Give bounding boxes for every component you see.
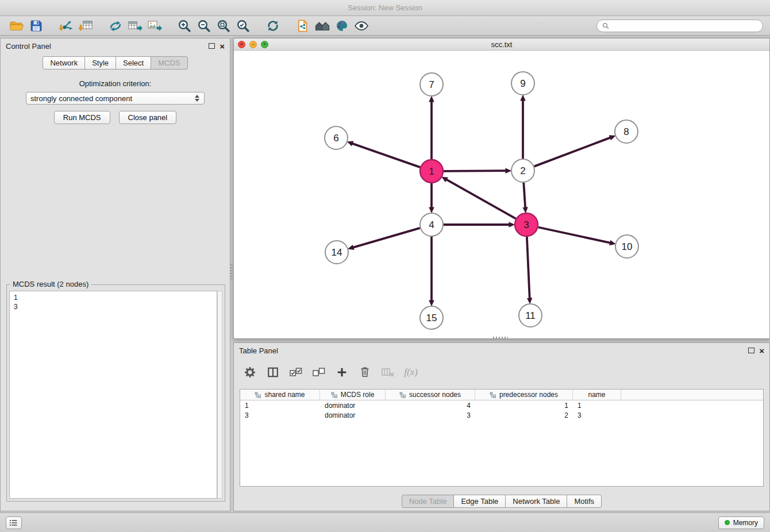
toolbar-search[interactable] <box>596 20 763 32</box>
column-header-name[interactable]: name <box>573 390 621 400</box>
graph-node-label-11: 11 <box>525 310 536 321</box>
window-maximize-icon[interactable]: + <box>261 41 268 48</box>
import-network-from-url-icon[interactable] <box>293 17 313 34</box>
table-settings-icon[interactable] <box>242 364 258 380</box>
cell-name[interactable]: 1 <box>573 402 621 410</box>
gear-icon <box>244 366 256 379</box>
graph-edge-3-1[interactable] <box>446 180 516 219</box>
cell-name[interactable]: 3 <box>573 411 621 419</box>
cell-shared-name[interactable]: 3 <box>240 411 320 419</box>
mcds-result-line: 1 <box>14 293 213 302</box>
graph-edge-1-2[interactable] <box>444 171 506 171</box>
table-row[interactable]: 1 dominator 4 1 1 <box>240 400 763 410</box>
show-graphics-details-icon[interactable] <box>352 17 371 34</box>
graph-svg[interactable]: 7968124314101511 <box>234 51 769 339</box>
optimization-criterion-label: Optimization criterion: <box>1 79 230 88</box>
zoom-in-icon[interactable] <box>175 17 194 34</box>
table-panel-tabs: Node Table Edge Table Network Table Moti… <box>234 495 769 508</box>
import-table-from-file-icon[interactable] <box>76 17 95 34</box>
homes-icon <box>314 19 330 33</box>
refresh-network-view-icon[interactable] <box>263 17 283 34</box>
float-panel-icon[interactable] <box>748 348 754 353</box>
column-header-mcds-role[interactable]: MCDS role <box>320 390 386 400</box>
refresh-icon <box>266 19 280 33</box>
close-panel-icon[interactable]: × <box>220 42 225 51</box>
export-image-icon[interactable] <box>145 17 164 34</box>
network-canvas[interactable]: 7968124314101511 <box>234 51 769 338</box>
network-overview-icon[interactable] <box>313 17 332 34</box>
style-palette-icon[interactable] <box>332 17 352 34</box>
open-session-icon[interactable] <box>7 17 26 34</box>
search-icon <box>602 22 609 29</box>
tab-edge-table[interactable]: Edge Table <box>453 495 506 508</box>
table-row[interactable]: 3 dominator 3 2 3 <box>240 410 763 420</box>
column-header-shared-name[interactable]: shared name <box>240 390 320 400</box>
table-panel-header: Table Panel × <box>234 343 769 358</box>
cell-shared-name[interactable]: 1 <box>240 402 320 410</box>
table-export-icon <box>128 19 143 33</box>
cell-predecessor-nodes[interactable]: 1 <box>475 402 573 410</box>
table-panel-title: Table Panel <box>239 346 278 355</box>
run-mcds-button[interactable]: Run MCDS <box>54 111 110 124</box>
zoom-selected-region-icon[interactable] <box>233 17 253 34</box>
close-panel-icon[interactable]: × <box>759 346 764 355</box>
cell-successor-nodes[interactable]: 3 <box>386 411 475 419</box>
column-type-icon <box>255 392 261 398</box>
window-minimize-icon[interactable]: – <box>249 41 257 48</box>
cell-mcds-role[interactable]: dominator <box>320 402 386 410</box>
column-label: successor nodes <box>409 391 461 399</box>
import-network-from-file-icon[interactable] <box>56 17 76 34</box>
column-header-predecessor-nodes[interactable]: predecessor nodes <box>475 390 573 400</box>
tab-network[interactable]: Network <box>43 56 85 70</box>
select-all-rows-icon[interactable] <box>288 364 304 380</box>
zoom-fit-content-icon[interactable] <box>214 17 233 34</box>
graph-edge-2-8[interactable] <box>534 138 610 167</box>
splitter-grip-horizontal[interactable] <box>493 337 508 339</box>
magnifier-plus-icon <box>178 19 191 33</box>
cell-successor-nodes[interactable]: 4 <box>386 402 475 410</box>
export-table-icon[interactable] <box>125 17 145 34</box>
splitter-grip-vertical[interactable] <box>230 264 233 279</box>
close-panel-button[interactable]: Close panel <box>119 111 177 124</box>
window-close-icon[interactable]: × <box>238 41 245 48</box>
show-columns-icon[interactable] <box>265 364 281 380</box>
cell-predecessor-nodes[interactable]: 2 <box>475 411 573 419</box>
tab-node-table[interactable]: Node Table <box>402 495 455 508</box>
show-panels-button[interactable] <box>6 516 22 529</box>
graph-edge-3-10[interactable] <box>538 228 610 243</box>
magnifier-check-icon <box>236 19 250 33</box>
graph-edge-1-6[interactable] <box>352 144 420 167</box>
tab-motifs[interactable]: Motifs <box>567 495 602 508</box>
save-session-icon[interactable] <box>26 17 46 34</box>
palette-icon <box>335 19 349 33</box>
tab-mcds[interactable]: MCDS <box>151 56 187 70</box>
tab-select[interactable]: Select <box>116 56 151 70</box>
graph-edge-4-14[interactable] <box>353 228 420 248</box>
graph-edge-2-3[interactable] <box>523 183 525 207</box>
graph-node-label-1: 1 <box>429 166 434 177</box>
search-input[interactable] <box>613 22 757 30</box>
zoom-out-icon[interactable] <box>194 17 214 34</box>
float-panel-icon[interactable] <box>209 43 215 49</box>
deselect-all-rows-icon[interactable] <box>311 364 327 380</box>
eye-icon <box>354 19 369 33</box>
graph-node-label-4: 4 <box>429 219 434 230</box>
add-row-icon[interactable] <box>334 364 350 380</box>
criterion-dropdown[interactable]: strongly connected component <box>26 92 205 105</box>
curved-arrows-icon <box>108 19 123 33</box>
cell-mcds-role[interactable]: dominator <box>320 411 386 419</box>
column-type-icon <box>399 392 406 398</box>
node-table: shared name MCDS role successor nodes pr… <box>240 389 764 487</box>
graph-edge-3-11[interactable] <box>527 237 530 298</box>
column-header-successor-nodes[interactable]: successor nodes <box>386 390 475 400</box>
export-network-icon[interactable] <box>106 17 125 34</box>
result-scrollbar[interactable] <box>217 291 222 499</box>
tab-network-table[interactable]: Network Table <box>505 495 567 508</box>
mcds-result-box: 1 3 <box>9 291 217 499</box>
delete-columns-icon <box>380 364 396 380</box>
network-import-icon <box>59 19 74 33</box>
memory-button[interactable]: Memory <box>718 516 764 529</box>
table-toolbar: f(x) <box>242 363 419 382</box>
tab-style[interactable]: Style <box>84 56 116 70</box>
delete-rows-icon[interactable] <box>357 364 373 380</box>
